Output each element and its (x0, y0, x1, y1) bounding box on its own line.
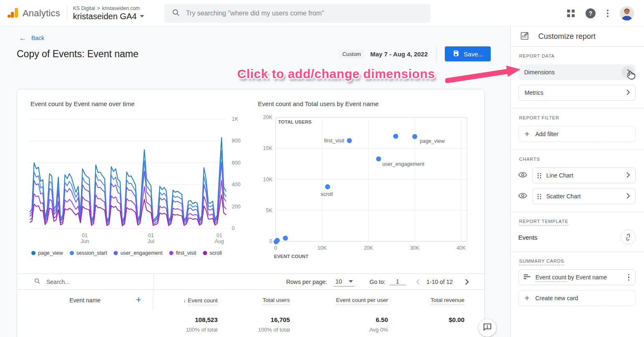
report-card: Event count by Event name over time 1K80… (17, 89, 485, 337)
scatter-chart-block: Event count and Total users by Event nam… (257, 100, 472, 264)
column-header-total-revenue[interactable]: Total revenue (388, 297, 464, 303)
legend-item-session_start[interactable]: session_start (70, 250, 107, 256)
scatter-chart-card-label: Scatter Chart (546, 193, 581, 200)
save-label: Save... (464, 51, 483, 58)
scatter-chart-card[interactable]: Scatter Chart (532, 188, 636, 204)
svg-text:01Aug: 01Aug (215, 233, 224, 244)
property-name: kristaseiden GA4 (73, 12, 137, 21)
plus-icon: + (525, 130, 530, 138)
summary-card-label: Event count by Event name (535, 274, 607, 281)
legend-item-scroll[interactable]: scroll (203, 250, 222, 256)
feedback-button[interactable] (479, 319, 496, 337)
column-header-total-users[interactable]: Total users (218, 297, 290, 303)
template-name: Events (518, 234, 538, 241)
dimensions-button[interactable]: Dimensions (518, 64, 636, 80)
svg-text:5K: 5K (266, 208, 272, 213)
back-label: Back (31, 35, 44, 41)
total-event-count-per-user: 6.50 (290, 316, 388, 323)
metrics-button[interactable]: Metrics (518, 85, 636, 101)
previous-page-icon[interactable] (416, 279, 421, 285)
back-button[interactable]: ← Back (19, 34, 44, 42)
cursor-hand-icon (626, 70, 636, 80)
divider (436, 46, 436, 61)
property-selector[interactable]: kristaseiden GA4 (73, 12, 144, 21)
summary-card-event-count[interactable]: Event count by Event name (518, 269, 636, 285)
svg-text:0: 0 (232, 226, 235, 231)
visibility-eye-icon[interactable] (518, 172, 527, 180)
analytics-logo[interactable]: Analytics (7, 6, 60, 20)
svg-text:01Jun: 01Jun (81, 233, 89, 244)
line-chart-card-label: Line Chart (546, 172, 573, 179)
chevron-down-icon (349, 280, 353, 283)
legend-dot (169, 251, 173, 255)
create-new-card-button[interactable]: + Create new card (518, 290, 636, 306)
add-dimension-button[interactable]: + (136, 294, 141, 305)
summary-card-icon (524, 274, 530, 281)
unlink-template-button[interactable] (621, 230, 636, 245)
svg-text:15K: 15K (263, 145, 272, 151)
column-header-event-count[interactable]: ↓Event count (153, 297, 218, 304)
back-arrow-icon: ← (19, 34, 26, 42)
breadcrumb-account[interactable]: KS Digital (73, 5, 95, 11)
go-to-page-input[interactable] (390, 278, 406, 285)
add-filter-button[interactable]: + Add filter (518, 126, 636, 142)
brand-name: Analytics (23, 8, 60, 19)
customize-panel: Customize report REPORT DATA Dimensions … (510, 27, 644, 337)
breadcrumb-separator: > (97, 5, 100, 11)
app-header: Analytics KS Digital > kristaseiden.com … (0, 0, 644, 27)
metrics-label: Metrics (525, 89, 543, 96)
rows-per-page-select[interactable]: 10 (334, 277, 355, 286)
breadcrumb-site[interactable]: kristaseiden.com (102, 5, 140, 11)
search-placeholder: Try searching "where did my users come f… (186, 10, 324, 17)
svg-text:page_view: page_view (420, 138, 445, 144)
total-revenue: $0.00 (388, 316, 464, 323)
svg-text:scroll: scroll (320, 191, 332, 197)
annotation-arrow (445, 64, 520, 85)
create-new-card-label: Create new card (535, 295, 578, 302)
visibility-eye-icon[interactable] (518, 193, 527, 200)
drag-handle-icon[interactable] (538, 173, 541, 178)
svg-text:TOTAL USERS: TOTAL USERS (278, 119, 312, 124)
date-range-picker[interactable]: May 7 - Aug 4, 2022 (370, 51, 428, 58)
dimensions-label: Dimensions (524, 69, 555, 76)
save-button[interactable]: Save... (445, 46, 491, 61)
line-chart-card[interactable]: Line Chart (532, 167, 636, 183)
add-filter-label: Add filter (535, 131, 558, 137)
legend-item-user_engagement[interactable]: user_engagement (114, 250, 162, 256)
chevron-down-icon (140, 15, 144, 18)
drag-handle-icon[interactable] (538, 194, 541, 199)
scatter-chart[interactable]: 20K15K10K5K0010K20K30K40KTOTAL USERSEVEN… (257, 114, 471, 263)
table-search-input[interactable]: Search... (17, 274, 154, 289)
next-page-icon[interactable] (464, 279, 469, 285)
legend-dot (114, 251, 118, 255)
report-template-label: REPORT TEMPLATE (519, 219, 636, 224)
totals-row: 108,523100% of total 16,705100% of total… (17, 310, 484, 337)
legend-dot (70, 251, 74, 255)
line-chart[interactable]: 1K800600400200001Jun01Jul01Aug (30, 113, 243, 246)
legend-item-first_visit[interactable]: first_visit (169, 250, 196, 256)
legend-item-page_view[interactable]: page_view (31, 250, 63, 256)
topbar-divider (67, 6, 67, 20)
breadcrumb: KS Digital > kristaseiden.com (73, 5, 144, 11)
svg-text:600: 600 (232, 160, 241, 166)
svg-text:first_visit: first_visit (324, 138, 344, 144)
column-header-event-count-per-user[interactable]: Event count per user (290, 297, 388, 303)
search-icon (34, 278, 41, 286)
more-vertical-icon[interactable] (626, 272, 631, 283)
apps-grid-icon[interactable] (567, 10, 575, 17)
svg-text:800: 800 (232, 138, 241, 144)
search-icon (172, 8, 180, 18)
avatar[interactable] (620, 6, 634, 20)
more-vertical-icon[interactable] (606, 10, 609, 17)
svg-text:user_engagement: user_engagement (382, 161, 424, 167)
date-mode-badge: Custom (339, 50, 365, 58)
legend-dot (203, 251, 207, 255)
search-bar[interactable]: Try searching "where did my users come f… (164, 4, 431, 23)
svg-text:EVENT COUNT: EVENT COUNT (274, 254, 308, 259)
line-chart-block: Event count by Event name over time 1K80… (30, 100, 257, 264)
svg-text:20K: 20K (263, 114, 272, 120)
save-icon (452, 50, 459, 58)
svg-text:200: 200 (232, 204, 241, 210)
help-icon[interactable]: ? (586, 8, 596, 18)
dimension-column-header[interactable]: Event name + (17, 290, 153, 310)
